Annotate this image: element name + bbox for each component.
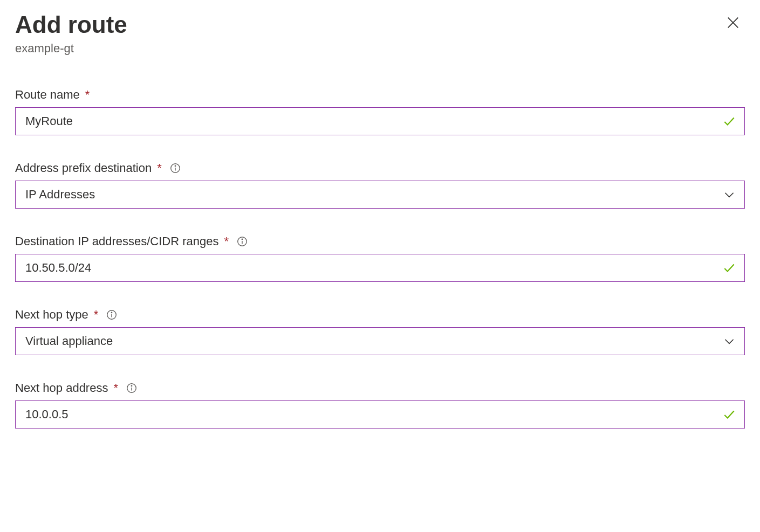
svg-point-10 xyxy=(112,312,112,313)
header-text: Add route example-gt xyxy=(15,11,127,56)
address-prefix-label-row: Address prefix destination * xyxy=(15,161,745,175)
svg-point-7 xyxy=(242,239,242,239)
page-title: Add route xyxy=(15,11,127,39)
destination-cidr-label-row: Destination IP addresses/CIDR ranges * xyxy=(15,234,745,248)
info-icon[interactable] xyxy=(126,382,138,394)
address-prefix-label: Address prefix destination xyxy=(15,161,152,175)
address-prefix-group: Address prefix destination * IP Addresse… xyxy=(15,161,745,209)
route-name-label: Route name xyxy=(15,88,80,102)
required-indicator: * xyxy=(85,88,90,102)
destination-cidr-input-wrapper xyxy=(15,254,745,282)
next-hop-type-label-row: Next hop type * xyxy=(15,308,745,322)
route-name-label-row: Route name * xyxy=(15,88,745,102)
next-hop-address-label-row: Next hop address * xyxy=(15,381,745,395)
next-hop-type-select-wrapper: Virtual appliance xyxy=(15,327,745,355)
page-subtitle: example-gt xyxy=(15,42,127,56)
svg-point-4 xyxy=(175,165,175,166)
info-icon[interactable] xyxy=(169,162,181,174)
panel-header: Add route example-gt xyxy=(15,11,745,56)
next-hop-address-label: Next hop address xyxy=(15,381,108,395)
address-prefix-value: IP Addresses xyxy=(25,188,95,202)
next-hop-type-label: Next hop type xyxy=(15,308,88,322)
next-hop-type-select[interactable]: Virtual appliance xyxy=(15,327,745,355)
route-name-group: Route name * xyxy=(15,88,745,135)
info-icon[interactable] xyxy=(106,309,118,321)
next-hop-address-input[interactable] xyxy=(15,400,745,429)
svg-point-13 xyxy=(131,385,132,386)
required-indicator: * xyxy=(157,161,162,175)
info-icon[interactable] xyxy=(236,236,248,247)
destination-cidr-group: Destination IP addresses/CIDR ranges * xyxy=(15,234,745,282)
destination-cidr-input[interactable] xyxy=(15,254,745,282)
route-name-input-wrapper xyxy=(15,107,745,135)
address-prefix-select[interactable]: IP Addresses xyxy=(15,181,745,209)
next-hop-type-group: Next hop type * Virtual appliance xyxy=(15,308,745,355)
close-icon xyxy=(725,15,741,32)
required-indicator: * xyxy=(113,381,118,395)
next-hop-address-group: Next hop address * xyxy=(15,381,745,429)
required-indicator: * xyxy=(224,234,229,248)
required-indicator: * xyxy=(94,308,99,322)
destination-cidr-label: Destination IP addresses/CIDR ranges xyxy=(15,234,218,248)
address-prefix-select-wrapper: IP Addresses xyxy=(15,181,745,209)
next-hop-address-input-wrapper xyxy=(15,400,745,429)
route-name-input[interactable] xyxy=(15,107,745,135)
next-hop-type-value: Virtual appliance xyxy=(25,334,113,348)
close-button[interactable] xyxy=(721,11,745,36)
